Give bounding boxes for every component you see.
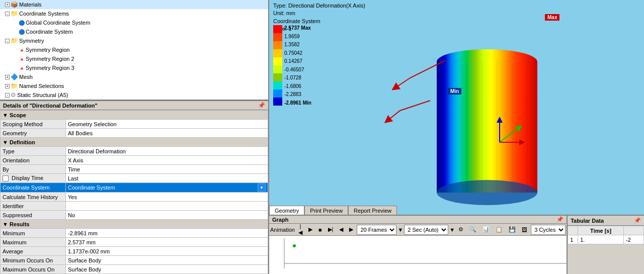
animation-label: Animation bbox=[270, 227, 295, 233]
label-max-occurs-on: Maximum Occurs On bbox=[1, 265, 66, 274]
coord-system-combo[interactable]: Coordinate System ▼ bbox=[68, 184, 266, 192]
value-coordinate-system[interactable]: Coordinate System ▼ bbox=[66, 183, 268, 193]
tree-item-sym-region-1[interactable]: 🔺 Symmetry Region bbox=[0, 45, 268, 54]
value-type: Directional Deformation bbox=[66, 147, 268, 156]
anim-next-btn[interactable]: ▶ bbox=[347, 225, 356, 235]
row-max-occurs-on: Maximum Occurs On Surface Body bbox=[1, 265, 268, 274]
type-label: Type: Directional Deformation(X Axis) bbox=[273, 2, 365, 10]
anim-btn-3[interactable]: 📊 bbox=[480, 225, 492, 235]
value-identifier[interactable] bbox=[66, 202, 268, 211]
anim-prev-btn[interactable]: ◀ bbox=[337, 225, 346, 235]
tree-item-sym-region-3[interactable]: 🔺 Symmetry Region 3 bbox=[0, 63, 268, 72]
value-calc-time-history[interactable]: Yes bbox=[66, 193, 268, 202]
value-scoping-method[interactable]: Geometry Selection bbox=[66, 120, 268, 129]
anim-btn-6[interactable]: 🖼 bbox=[519, 225, 530, 235]
expand-symmetry[interactable]: - bbox=[5, 39, 10, 43]
scale-val-7: -1.6806 bbox=[284, 83, 311, 89]
label-min-occurs-on: Minimum Occurs On bbox=[1, 256, 66, 265]
tree-item-named-selections[interactable]: + 📁 Named Selections bbox=[0, 81, 268, 90]
frames-dropdown[interactable]: 20 Frames bbox=[357, 225, 396, 235]
anim-btn-2[interactable]: 🔍 bbox=[467, 225, 479, 235]
anim-btn-1[interactable]: ⚙ bbox=[456, 225, 466, 235]
row-maximum: Maximum 2.5737 mm bbox=[1, 238, 268, 247]
tree-item-static-structural[interactable]: - ⚙ Static Structural (A5) bbox=[0, 90, 268, 100]
tree-item-sym-region-2[interactable]: 🔺 Symmetry Region 2 bbox=[0, 54, 268, 63]
value-maximum: 2.5737 mm bbox=[66, 238, 268, 247]
row-display-time: Display Time Last bbox=[1, 174, 268, 183]
tree-item-global-coord[interactable]: 🔵 Global Coordinate System bbox=[0, 18, 268, 27]
viewport-panel: Type: Directional Deformation(X Axis) Un… bbox=[269, 0, 644, 274]
tab-geometry[interactable]: Geometry bbox=[269, 206, 304, 215]
expand-static-struct[interactable]: - bbox=[5, 93, 10, 98]
anim-btn-5[interactable]: 💾 bbox=[506, 225, 518, 235]
value-max-occurs-on: Surface Body bbox=[66, 265, 268, 274]
anim-stop-btn[interactable]: ■ bbox=[316, 225, 325, 235]
tree-label-symmetry: Symmetry bbox=[19, 38, 44, 44]
tree-item-materials[interactable]: + 📦 Materials bbox=[0, 0, 268, 9]
tree-item-mesh[interactable]: + 🔷 Mesh bbox=[0, 72, 268, 81]
row-min-occurs-on: Minimum Occurs On Surface Body bbox=[1, 256, 268, 265]
scale-seg-3 bbox=[273, 49, 282, 57]
label-by: By bbox=[1, 165, 66, 174]
tree-label-sym-region-3: Symmetry Region 3 bbox=[26, 65, 74, 71]
row-scoping-method: Scoping Method Geometry Selection bbox=[1, 120, 268, 129]
scale-labels: 2.5737 Max 1.9659 1.3582 0.75042 0.14267… bbox=[284, 25, 311, 106]
graph-header: Graph 📌 bbox=[269, 216, 567, 224]
scale-val-8: -2.2883 bbox=[284, 92, 311, 97]
tree-item-symmetry[interactable]: - 📁 Symmetry bbox=[0, 36, 268, 45]
tabular-section: Tabular Data 📌 Time [s] 1 1 bbox=[567, 216, 644, 274]
section-scope: ▼ Scope bbox=[1, 111, 268, 120]
scale-val-2: 1.3582 bbox=[284, 42, 311, 47]
tabular-pin-icon[interactable]: 📌 bbox=[634, 217, 641, 224]
tree-label-sym-region-2: Symmetry Region 2 bbox=[26, 56, 74, 62]
expand-materials[interactable]: + bbox=[5, 3, 10, 7]
row-type: Type Directional Deformation bbox=[1, 147, 268, 156]
tree-label-mesh: Mesh bbox=[19, 74, 33, 80]
tree-item-coord-system[interactable]: 🔵 Coordinate System bbox=[0, 27, 268, 36]
value-min-occurs-on: Surface Body bbox=[66, 256, 268, 265]
row-calc-time-history: Calculate Time History Yes bbox=[1, 193, 268, 202]
cycles-dropdown[interactable]: 3 Cycles bbox=[531, 225, 566, 235]
scale-val-0: 2.5737 Max bbox=[284, 25, 311, 31]
tab-print-preview[interactable]: Print Preview bbox=[304, 206, 348, 215]
scale-val-5: -0.46507 bbox=[284, 67, 311, 72]
value-suppressed[interactable]: No bbox=[66, 211, 268, 220]
scale-val-6: -1.0728 bbox=[284, 75, 311, 80]
col-header-val bbox=[624, 226, 644, 235]
anim-start-btn[interactable]: |◀ bbox=[296, 225, 305, 235]
value-geometry[interactable]: All Bodies bbox=[66, 129, 268, 138]
row-coordinate-system[interactable]: Coordinate System Coordinate System ▼ bbox=[1, 183, 268, 193]
section-results: ▼ Results bbox=[1, 220, 268, 229]
anim-btn-4[interactable]: 📋 bbox=[493, 225, 505, 235]
scale-seg-7 bbox=[273, 81, 282, 89]
expand-coord-systems[interactable]: - bbox=[5, 12, 10, 16]
label-orientation: Orientation bbox=[1, 156, 66, 165]
graph-svg bbox=[269, 236, 567, 274]
col-header-1 bbox=[568, 226, 578, 235]
label-maximum: Maximum bbox=[1, 238, 66, 247]
coord-system-dropdown-arrow[interactable]: ▼ bbox=[258, 184, 266, 192]
label-suppressed: Suppressed bbox=[1, 211, 66, 220]
expand-mesh[interactable]: + bbox=[5, 75, 10, 79]
expand-named-sel[interactable]: + bbox=[5, 84, 10, 88]
tree-label-coord-system: Coordinate System bbox=[26, 29, 73, 35]
label-calc-time-history: Calculate Time History bbox=[1, 193, 66, 202]
value-orientation[interactable]: X Axis bbox=[66, 156, 268, 165]
tree-label-coord-systems: Coordinate Systems bbox=[19, 11, 69, 17]
anim-end-btn[interactable]: ▶| bbox=[326, 225, 336, 235]
tab-report-preview[interactable]: Report Preview bbox=[348, 206, 397, 215]
bottom-section: Graph 📌 Animation |◀ ▶ ■ ▶| ◀ ▶ 20 Frame… bbox=[269, 215, 644, 274]
time-dropdown[interactable]: 2 Sec (Auto) bbox=[404, 225, 448, 235]
graph-pin-icon[interactable]: 📌 bbox=[556, 216, 564, 223]
row-suppressed: Suppressed No bbox=[1, 211, 268, 220]
value-display-time[interactable]: Last bbox=[66, 174, 268, 183]
value-average: 1.1737e-002 mm bbox=[66, 247, 268, 256]
anim-play-btn[interactable]: ▶ bbox=[306, 225, 315, 235]
display-time-label-text: Display Time bbox=[12, 175, 43, 181]
tree-item-coord-systems[interactable]: - 📁 Coordinate Systems bbox=[0, 9, 268, 18]
details-pin-icon[interactable]: 📌 bbox=[258, 102, 265, 109]
value-by[interactable]: Time bbox=[66, 165, 268, 174]
scale-seg-8 bbox=[273, 89, 282, 98]
details-title: Details of "Directional Deformation" 📌 bbox=[0, 101, 268, 110]
tree-label-named-selections: Named Selections bbox=[19, 83, 64, 89]
